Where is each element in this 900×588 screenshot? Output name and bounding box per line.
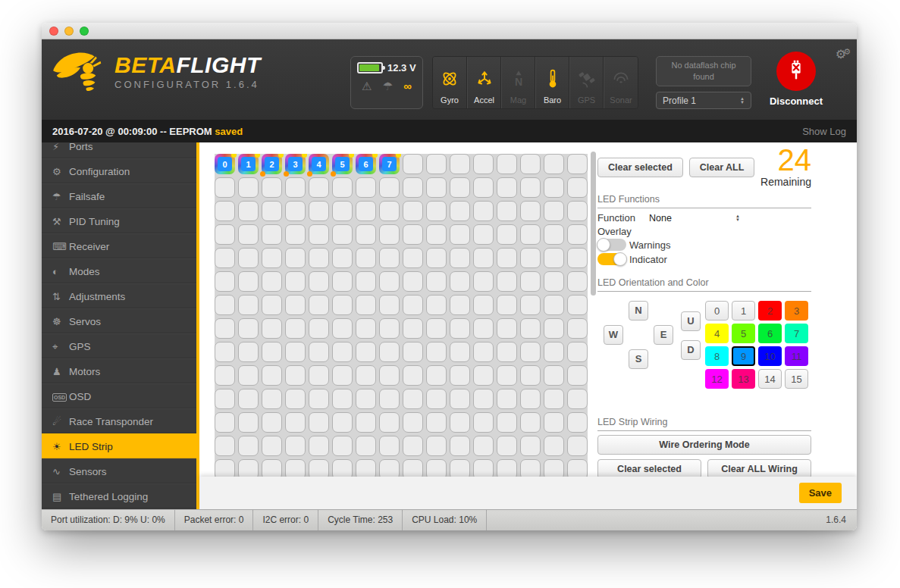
grid-cell[interactable] [520,318,541,339]
grid-cell[interactable] [356,318,376,339]
grid-cell[interactable] [238,318,259,339]
grid-cell[interactable] [403,389,423,409]
grid-cell[interactable] [544,248,564,268]
grid-cell[interactable] [473,459,494,477]
led-cell[interactable]: 7 [379,154,400,174]
grid-cell[interactable] [262,318,282,339]
grid-cell[interactable] [309,318,329,339]
grid-cell[interactable] [544,271,564,292]
grid-cell[interactable] [497,459,517,477]
color-swatch-9[interactable]: 9 [732,346,755,366]
grid-cell[interactable] [426,342,447,362]
grid-cell[interactable] [379,177,400,198]
grid-cell[interactable] [262,459,282,477]
grid-cell[interactable] [426,248,447,268]
grid-cell[interactable] [403,365,423,386]
save-button[interactable]: Save [799,483,842,503]
grid-cell[interactable] [450,271,470,292]
grid-cell[interactable] [497,342,517,362]
grid-cell[interactable] [285,201,306,221]
sidebar-item-gps[interactable]: ⌖GPS [42,333,196,358]
grid-cell[interactable] [544,177,564,198]
grid-cell[interactable] [309,201,329,221]
grid-cell[interactable] [544,318,564,339]
grid-cell[interactable] [544,389,564,409]
grid-cell[interactable] [379,295,400,315]
grid-cell[interactable] [332,224,353,245]
grid-cell[interactable] [215,436,235,456]
led-cell[interactable]: 0 [215,154,235,174]
grid-cell[interactable] [215,389,235,409]
grid-cell[interactable] [567,295,588,315]
grid-cell[interactable] [215,318,235,339]
grid-cell[interactable] [520,295,541,315]
grid-cell[interactable] [567,201,588,221]
zoom-window-button[interactable] [80,27,89,36]
sidebar-item-adjustments[interactable]: ⇅Adjustments [42,283,196,308]
grid-cell[interactable] [497,248,517,268]
grid-cell[interactable] [426,295,447,315]
grid-cell[interactable] [450,201,470,221]
profile-select[interactable]: Profile 1 ▲▼ [656,92,751,109]
grid-cell[interactable] [403,459,423,477]
grid-cell[interactable] [497,177,517,198]
grid-cell[interactable] [450,295,470,315]
color-swatch-11[interactable]: 11 [785,346,808,366]
grid-cell[interactable] [215,365,235,386]
grid-cell[interactable] [332,177,353,198]
color-swatch-12[interactable]: 12 [705,369,729,389]
sidebar-item-race-transponder[interactable]: ☄Race Transponder [42,408,196,433]
grid-cell[interactable] [215,271,235,292]
grid-cell[interactable] [497,224,517,245]
grid-cell[interactable] [262,177,282,198]
grid-cell[interactable] [356,295,376,315]
function-select[interactable]: None ▲▼ [649,213,749,224]
grid-cell[interactable] [356,342,376,362]
color-swatch-15[interactable]: 15 [785,369,808,389]
grid-cell[interactable] [450,224,470,245]
grid-cell[interactable] [332,436,353,456]
grid-cell[interactable] [309,459,329,477]
led-cell[interactable]: 1 [238,154,259,174]
sidebar-item-servos[interactable]: ☸Servos [42,308,196,333]
grid-cell[interactable] [332,295,353,315]
grid-cell[interactable] [285,459,306,477]
grid-cell[interactable] [520,154,541,174]
grid-cell[interactable] [379,271,400,292]
grid-cell[interactable] [309,342,329,362]
grid-cell[interactable] [379,412,400,433]
grid-cell[interactable] [215,248,235,268]
grid-cell[interactable] [520,271,541,292]
grid-cell[interactable] [215,201,235,221]
sidebar-item-tethered-logging[interactable]: ▤Tethered Logging [42,483,196,508]
grid-cell[interactable] [567,412,588,433]
grid-cell[interactable] [497,412,517,433]
grid-cell[interactable] [403,412,423,433]
grid-cell[interactable] [450,154,470,174]
grid-cell[interactable] [262,271,282,292]
grid-cell[interactable] [426,389,447,409]
grid-cell[interactable] [473,201,494,221]
grid-cell[interactable] [238,342,259,362]
grid-cell[interactable] [450,177,470,198]
grid-cell[interactable] [450,248,470,268]
grid-cell[interactable] [332,412,353,433]
grid-cell[interactable] [403,201,423,221]
grid-cell[interactable] [285,177,306,198]
grid-cell[interactable] [473,342,494,362]
grid-cell[interactable] [544,224,564,245]
grid-cell[interactable] [567,318,588,339]
grid-cell[interactable] [450,365,470,386]
grid-cell[interactable] [332,365,353,386]
grid-cell[interactable] [262,389,282,409]
grid-cell[interactable] [544,412,564,433]
sidebar-item-modes[interactable]: ◐Modes [42,258,196,283]
grid-cell[interactable] [332,459,353,477]
direction-button-n[interactable]: N [629,301,648,321]
color-swatch-7[interactable]: 7 [785,324,808,343]
grid-cell[interactable] [567,342,588,362]
grid-cell[interactable] [497,295,517,315]
grid-cell[interactable] [285,365,306,386]
grid-cell[interactable] [403,177,423,198]
grid-cell[interactable] [285,271,306,292]
